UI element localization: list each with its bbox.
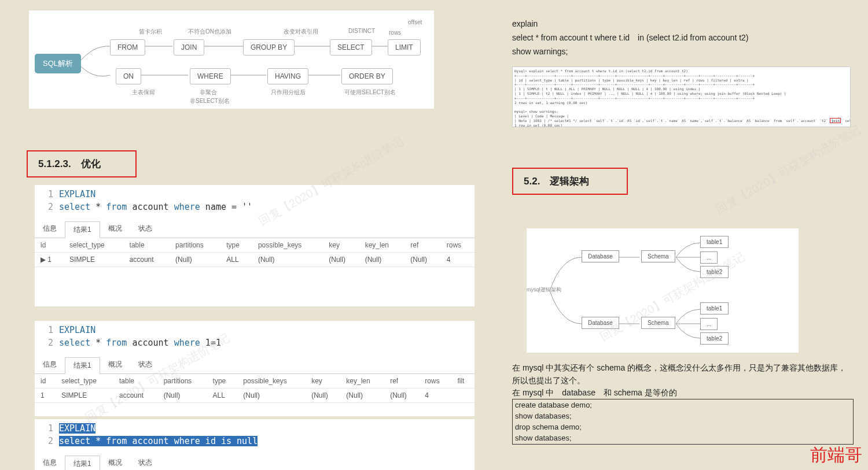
sql-commands-box: create database demo; show databases; dr… [512,399,854,445]
logic-root: mysql逻辑架构 [527,286,561,294]
parse-root: SQL解析 [35,54,81,73]
panel-a-code: 1EXPLAIN 2select * from account where na… [35,185,475,221]
lbl-tableref: 改变对表引用 [284,28,318,36]
lbl-onadd: 不符合ON也添加 [188,28,231,36]
node-groupby: GROUP BY [243,39,295,55]
panel-c-code: 1EXPLAIN 2select * from account where id… [35,419,475,455]
ld-table2a: table2 [700,266,729,278]
node-from: FROM [110,39,145,55]
tab-status[interactable]: 状态 [130,455,160,471]
panel-a-tabs: 信息 结果1 概况 状态 [35,221,475,238]
node-limit: LIMIT [388,39,421,55]
tab-info[interactable]: 信息 [35,357,65,373]
lbl-cartesian: 笛卡尔积 [139,28,162,36]
panel-b-tabs: 信息 结果1 概况 状态 [35,357,475,374]
heading-5-2: 5.2. 逻辑架构 [512,168,628,195]
ld-dots-b: ... [700,318,718,330]
table-row: ▶ 1SIMPLEaccount(Null)ALL(Null)(Null)(Nu… [35,252,475,267]
tab-profile[interactable]: 概况 [100,221,130,238]
lbl-keep: 主表保留 [132,88,155,97]
ld-dots-a: ... [700,251,718,264]
node-select: SELECT [330,39,372,55]
node-orderby: ORDER BY [341,68,393,84]
explain-panel-a: 1EXPLAIN 2select * from account where na… [35,185,475,306]
diagram-lines [527,228,799,353]
lbl-aftergroup: 只作用分组后 [271,88,306,97]
paragraph-1: 在 mysql 中其实还有个 schema 的概念，这概念没什么太多作用，只是为… [512,361,854,387]
tab-profile[interactable]: 概况 [100,357,130,373]
node-having: HAVING [267,68,308,84]
watermark-brand: 前端哥 [810,443,862,467]
node-on: ON [116,68,141,84]
tab-result1[interactable]: 结果1 [65,221,100,238]
paragraph-2: 在 mysql 中 database 和 schema 是等价的 [512,386,854,399]
cmd-line: show databases; [515,433,851,444]
cmd-line: show databases; [515,411,851,422]
cmd-line: create database demo; [515,400,851,411]
watermark-faint-3: 回复【2020】可获架构进阶笔记 [713,122,863,218]
ld-schema-2: Schema [641,317,675,329]
ld-table1b: table1 [700,302,729,314]
join-highlight: join [830,118,840,123]
explain-panel-b: 1EXPLAIN 2select * from account where 1=… [35,321,475,416]
panel-a-table: idselect_typetablepartitionstypepossible… [35,238,475,267]
lbl-rows: rows [389,29,401,36]
right-sql-block: explain select * from account t where t.… [512,17,749,58]
tab-result1[interactable]: 结果1 [65,456,100,471]
panel-c-tabs: 信息 结果1 概况 状态 [35,455,475,471]
tab-status[interactable]: 状态 [130,357,160,373]
panel-b-code: 1EXPLAIN 2select * from account where 1=… [35,321,475,357]
heading-5-1-2-3: 5.1.2.3. 优化 [27,150,137,177]
panel-b-table: idselect_typetablepartitionstypepossible… [35,374,475,403]
ld-table1a: table1 [700,236,729,248]
lbl-offset: offset [408,19,422,25]
tab-info[interactable]: 信息 [35,221,65,238]
ld-table2b: table2 [700,332,729,345]
lbl-selectalias: 可使用SELECT别名 [344,88,396,97]
lbl-distinct: DISTINCT [348,28,375,34]
tab-profile[interactable]: 概况 [100,455,130,471]
tab-result1[interactable]: 结果1 [65,357,100,374]
logic-architecture-diagram: mysql逻辑架构 Database Database Schema Schem… [527,228,799,353]
code-token: EXPLAIN [59,189,95,199]
table-row: 1SIMPLEaccount(Null)ALL(Null)(Null)(Null… [35,388,475,402]
node-join: JOIN [174,39,204,55]
lbl-nonselectalias: 非SELECT别名 [190,97,230,105]
tab-status[interactable]: 状态 [130,221,160,238]
lbl-nonagg: 非聚合 [200,88,217,97]
tab-info[interactable]: 信息 [35,455,65,471]
sql-parse-diagram: SQL解析 FROM JOIN GROUP BY SELECT LIMIT 笛卡… [29,10,434,109]
mysql-explain-dump: mysql> explain select * from account t w… [512,66,851,127]
cmd-line: drop schema demo; [515,422,851,433]
explain-panel-c: 1EXPLAIN 2select * from account where id… [35,419,475,470]
node-where: WHERE [190,68,231,84]
ld-schema-1: Schema [641,250,675,262]
ld-database-1: Database [582,250,619,262]
ld-database-2: Database [582,317,619,329]
